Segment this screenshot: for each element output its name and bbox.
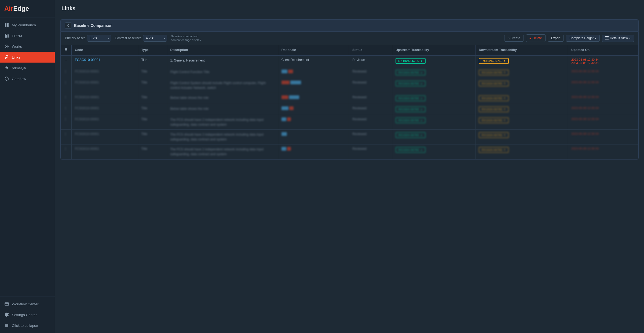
data-table-wrapper: Code Type Description Rationale Status U… (60, 45, 639, 160)
gateflow-icon (4, 76, 9, 81)
downstream-value: RX1024-56765 (481, 59, 502, 63)
sidebar-item-works[interactable]: Works (0, 41, 55, 52)
downstream-badge[interactable]: RX1024-56765 ▼ (479, 58, 508, 64)
sidebar-item-workbench[interactable]: My Workbench (0, 20, 55, 30)
table-row: ⋮ FCSG010-00001 Title The FCS should hav… (61, 144, 638, 159)
upstream-arrow-icon: ▲ (420, 59, 423, 62)
sidebar-item-eppm[interactable]: EPPM (0, 30, 55, 41)
sidebar: AirEdge My Workbench EPPM Works Links (0, 0, 55, 333)
upstream-value: RX1024-56765 (398, 59, 419, 63)
logo: AirEdge (0, 0, 55, 17)
view-chevron-icon: ▾ (629, 37, 631, 40)
th-updated: Updated On (568, 45, 638, 55)
row-upstream: RX1024-56765▲ (392, 144, 475, 159)
height-label: Complete Height (569, 36, 593, 40)
row-code: FCSG010-00001 (72, 93, 138, 104)
row-date: 2023-05-08 12:30:34 (568, 115, 638, 129)
row-type: Title (138, 67, 167, 78)
row-date: 2023-05-08 12:30:34 (568, 93, 638, 104)
sidebar-item-settings[interactable]: Settings Center (0, 309, 55, 320)
row-menu: ⋮ (61, 115, 72, 129)
svg-marker-8 (5, 77, 8, 81)
baseline-back-button[interactable] (65, 22, 71, 29)
row-downstream: RX1024-56765▼ (475, 104, 568, 115)
row-rationale: Client Requirement (278, 55, 349, 67)
svg-rect-15 (605, 38, 609, 38)
th-settings (61, 45, 72, 55)
sidebar-item-links[interactable]: Links (0, 52, 55, 63)
row-type: Title (138, 144, 167, 159)
row-desc: Below table shows the role (167, 93, 278, 104)
content-area: Baseline Comparison Primary base: 1.2 ▾ … (55, 15, 644, 333)
row-downstream: RX1024-56765▼ (475, 93, 568, 104)
svg-rect-3 (7, 25, 9, 27)
links-icon (4, 55, 9, 60)
sidebar-item-primeqa[interactable]: primeQA (0, 63, 55, 73)
row-rat (278, 144, 349, 159)
table-row: ⋮ FCSG010-00001 Title Below table shows … (61, 93, 638, 104)
primeqa-icon (4, 66, 9, 70)
default-view-button[interactable]: Default View ▾ (602, 35, 634, 42)
row-desc: Flight Control System should include Fli… (167, 78, 278, 93)
row-upstream: RX1024-56765▲ (392, 78, 475, 93)
description-value: 1. General Requirement (170, 59, 205, 62)
create-label: Create (511, 36, 520, 40)
row-type: Title (138, 78, 167, 93)
delete-button[interactable]: ● Delete (526, 34, 546, 42)
row-menu: ⋮ (61, 93, 72, 104)
row-menu-dots[interactable]: ⋮ (61, 55, 72, 67)
delete-indicator: ● (529, 36, 532, 40)
svg-rect-14 (605, 36, 609, 37)
downstream-arrow-icon: ▼ (503, 59, 506, 62)
row-downstream: RX1024-56765▼ (475, 78, 568, 93)
export-label: Export (551, 36, 561, 40)
row-desc: Below table shows the role (167, 104, 278, 115)
row-downstream: RX1024-56765▼ (475, 115, 568, 129)
th-code: Code (72, 45, 138, 55)
row-description: 1. General Requirement (167, 55, 278, 67)
table-row: ⋮ FCSG010-00001 Title 1. General Require… (61, 55, 638, 67)
row-date: 2023-05-08 12:30:34 (568, 104, 638, 115)
row-rat (278, 93, 349, 104)
row-updated: 2023-05-08 12:30:34 2023-05-08 12:30:34 (568, 55, 638, 67)
create-indicator: ○ (508, 36, 510, 40)
primary-base-select[interactable]: 1.2 ▾ 1.1 1.3 (87, 35, 111, 42)
row-downstream: RX1024-56765▼ (475, 67, 568, 78)
sidebar-item-gateflow[interactable]: Gateflow (0, 73, 55, 84)
sidebar-item-collapse[interactable]: Click to collapse (0, 320, 55, 331)
sidebar-item-eppm-label: EPPM (12, 34, 22, 38)
chevron-down-icon: ▾ (595, 37, 596, 40)
row-date: 2023-05-08 12:30:34 (568, 67, 638, 78)
create-button[interactable]: ○ Create (504, 35, 524, 42)
row-upstream: RX1024-56765▲ (392, 129, 475, 144)
th-downstream: Downstream Traceability (475, 45, 568, 55)
main-content: Links Baseline Comparison Primary base: … (55, 0, 644, 333)
row-status: Reviewed (349, 104, 392, 115)
svg-rect-2 (5, 25, 6, 27)
baseline-section-title: Baseline Comparison (74, 23, 112, 28)
contrast-baseline-group: Contrast baseline: 4.2 ▾ 4.1 4.3 (115, 35, 167, 42)
row-rat (278, 115, 349, 129)
row-code: FCSG010-00001 (72, 115, 138, 129)
row-status: Reviewed (349, 67, 392, 78)
contrast-baseline-select-wrapper: 4.2 ▾ 4.1 4.3 (143, 35, 167, 42)
code-link[interactable]: FCSG010-00001 (75, 58, 100, 62)
row-status: Reviewed (349, 144, 392, 159)
row-downstream: RX1024-56765 ▼ (475, 55, 568, 67)
row-type: Title (138, 115, 167, 129)
svg-rect-5 (6, 35, 7, 38)
th-type: Type (138, 45, 167, 55)
table-row: ⋮ FCSG010-00001 Title Flight Control Sys… (61, 78, 638, 93)
sidebar-item-workflow[interactable]: Workflow Center (0, 299, 55, 309)
row-rat (278, 104, 349, 115)
complete-height-button[interactable]: Complete Height ▾ (566, 35, 599, 42)
row-status: Reviewed (349, 129, 392, 144)
upstream-badge[interactable]: RX1024-56765 ▲ (396, 58, 425, 64)
row-menu: ⋮ (61, 78, 72, 93)
row-status: Reviewed (349, 78, 392, 93)
contrast-baseline-select[interactable]: 4.2 ▾ 4.1 4.3 (143, 35, 167, 42)
export-button[interactable]: Export (548, 35, 564, 42)
svg-rect-4 (5, 34, 6, 38)
th-description: Description (167, 45, 278, 55)
workflow-icon (4, 302, 9, 306)
